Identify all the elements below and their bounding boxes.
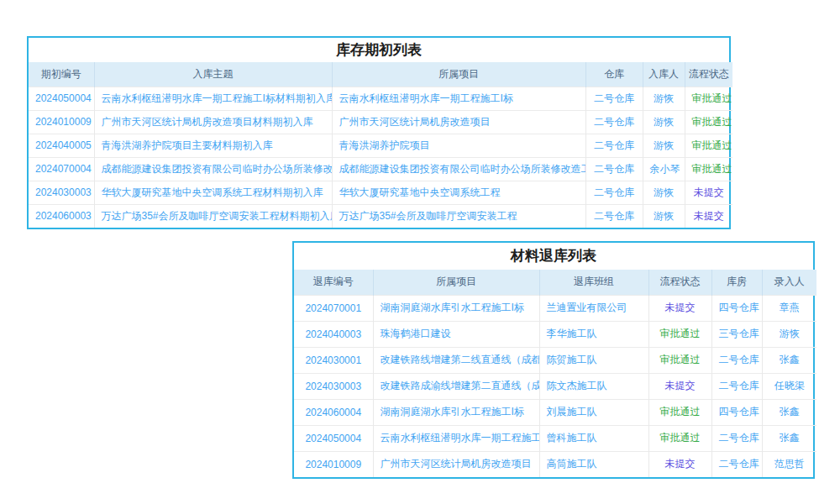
- team-cell: 陈文杰施工队: [539, 373, 648, 399]
- col-header-initial-id: 期初编号: [29, 62, 94, 87]
- initial-id-link[interactable]: 2024010009: [29, 110, 94, 134]
- person-cell: 游恢: [643, 87, 685, 110]
- initial-id-link[interactable]: 2024030003: [29, 181, 94, 204]
- person-cell: 游恢: [643, 134, 685, 157]
- person-cell: 张鑫: [762, 425, 816, 451]
- status-cell: 未提交: [685, 181, 732, 204]
- inventory-initial-table: 库存期初列表 期初编号 入库主题 所属项目 仓库 入库人 流程状态 202405…: [27, 36, 731, 229]
- storeroom-cell: 二号仓库: [711, 373, 762, 399]
- table-row: 2024030001 改建铁路线增建第二线直通线（成都-西... 陈贺施工队 审…: [294, 347, 816, 373]
- subject-cell: 华软大厦研究基地中央空调系统工程材料期初入库: [94, 181, 332, 204]
- table-row: 2024050004 云南水利枢纽潜明水库一期工程施工I标 曾科施工队 审批通过…: [294, 425, 816, 451]
- storeroom-cell: 三号仓库: [711, 321, 762, 347]
- table-row: 2024010009 广州市天河区统计局机房改造项目 高筒施工队 未提交 二号仓…: [294, 451, 816, 477]
- person-cell: 范思哲: [762, 451, 816, 477]
- warehouse-cell: 二号仓库: [585, 110, 643, 134]
- return-id-link[interactable]: 2024030003: [294, 373, 373, 399]
- material-return-table: 材料退库列表 退库编号 所属项目 退库班组 流程状态 库房 录入人 202407…: [292, 241, 815, 479]
- col-header-return-id: 退库编号: [294, 270, 373, 295]
- person-cell: 张鑫: [762, 399, 816, 425]
- team-cell: 曾科施工队: [539, 425, 648, 451]
- person-cell: 游恢: [643, 204, 685, 228]
- inventory-initial-table-title: 库存期初列表: [29, 38, 729, 62]
- initial-id-link[interactable]: 2024060003: [29, 204, 94, 228]
- warehouse-cell: 二号仓库: [585, 204, 643, 228]
- project-cell: 湖南洞庭湖水库引水工程施工I标: [373, 399, 539, 425]
- storeroom-cell: 二号仓库: [711, 347, 762, 373]
- team-cell: 兰迪置业有限公司: [539, 295, 648, 321]
- person-cell: 任晓渠: [762, 373, 816, 399]
- table-row: 2024010009 广州市天河区统计局机房改造项目材料期初入库 广州市天河区统…: [29, 110, 732, 134]
- team-cell: 陈贺施工队: [539, 347, 648, 373]
- initial-id-link[interactable]: 2024040005: [29, 134, 94, 157]
- storeroom-cell: 二号仓库: [711, 425, 762, 451]
- status-cell: 未提交: [648, 373, 711, 399]
- storeroom-cell: 四号仓库: [711, 295, 762, 321]
- project-cell: 珠海鹤港口建设: [373, 321, 539, 347]
- table-row: 2024060003 万达广场35#会所及咖啡厅空调安装工程材料期初入库 万达广…: [29, 204, 732, 228]
- col-header-storeroom: 库房: [711, 270, 762, 295]
- table-row: 2024070004 成都能源建设集团投资有限公司临时办公场所装修改造工程EPC…: [29, 157, 732, 181]
- status-cell: 审批通过: [648, 399, 711, 425]
- col-header-return-team: 退库班组: [539, 270, 648, 295]
- project-cell: 广州市天河区统计局机房改造项目: [332, 110, 585, 134]
- col-header-entry-person: 录入人: [762, 270, 816, 295]
- status-cell: 审批通过: [648, 321, 711, 347]
- subject-cell: 广州市天河区统计局机房改造项目材料期初入库: [94, 110, 332, 134]
- project-cell: 改建铁路线增建第二线直通线（成都-西...: [373, 347, 539, 373]
- storeroom-cell: 四号仓库: [711, 399, 762, 425]
- status-cell: 未提交: [685, 204, 732, 228]
- status-cell: 审批通过: [685, 87, 732, 110]
- project-cell: 成都能源建设集团投资有限公司临时办公场所装修改造工程...: [332, 157, 585, 181]
- return-id-link[interactable]: 2024050004: [294, 425, 373, 451]
- col-header-project: 所属项目: [373, 270, 539, 295]
- team-cell: 高筒施工队: [539, 451, 648, 477]
- status-cell: 审批通过: [648, 347, 711, 373]
- status-cell: 审批通过: [648, 425, 711, 451]
- warehouse-cell: 二号仓库: [585, 134, 643, 157]
- person-cell: 游恢: [643, 110, 685, 134]
- person-cell: 张鑫: [762, 347, 816, 373]
- project-cell: 云南水利枢纽潜明水库一期工程施工I标: [332, 87, 585, 110]
- project-cell: 广州市天河区统计局机房改造项目: [373, 451, 539, 477]
- col-header-flow-status: 流程状态: [648, 270, 711, 295]
- col-header-warehouse: 仓库: [585, 62, 643, 87]
- person-cell: 游恢: [643, 181, 685, 204]
- inventory-initial-grid: 期初编号 入库主题 所属项目 仓库 入库人 流程状态 2024050004 云南…: [29, 62, 732, 228]
- table-row: 2024040005 青海洪湖养护院项目主要材料期初入库 青海洪湖养护院项目 二…: [29, 134, 732, 157]
- status-cell: 未提交: [648, 451, 711, 477]
- return-id-link[interactable]: 2024040003: [294, 321, 373, 347]
- person-cell: 余小琴: [643, 157, 685, 181]
- status-cell: 审批通过: [685, 157, 732, 181]
- initial-id-link[interactable]: 2024070004: [29, 157, 94, 181]
- project-cell: 华软大厦研究基地中央空调系统工程: [332, 181, 585, 204]
- initial-id-link[interactable]: 2024050004: [29, 87, 94, 110]
- warehouse-cell: 二号仓库: [585, 157, 643, 181]
- subject-cell: 成都能源建设集团投资有限公司临时办公场所装修改造工程EPC...: [94, 157, 332, 181]
- warehouse-cell: 二号仓库: [585, 87, 643, 110]
- table-row: 2024030003 改建铁路成渝线增建第二直通线（成渝... 陈文杰施工队 未…: [294, 373, 816, 399]
- subject-cell: 青海洪湖养护院项目主要材料期初入库: [94, 134, 332, 157]
- project-cell: 青海洪湖养护院项目: [332, 134, 585, 157]
- return-id-link[interactable]: 2024070001: [294, 295, 373, 321]
- return-id-link[interactable]: 2024010009: [294, 451, 373, 477]
- return-id-link[interactable]: 2024030001: [294, 347, 373, 373]
- team-cell: 刘晨施工队: [539, 399, 648, 425]
- material-return-table-title: 材料退库列表: [294, 243, 813, 270]
- table-row: 2024040003 珠海鹤港口建设 李华施工队 审批通过 三号仓库 游恢: [294, 321, 816, 347]
- table-row: 2024030003 华软大厦研究基地中央空调系统工程材料期初入库 华软大厦研究…: [29, 181, 732, 204]
- subject-cell: 云南水利枢纽潜明水库一期工程施工I标材料期初入库: [94, 87, 332, 110]
- table-row: 2024050004 云南水利枢纽潜明水库一期工程施工I标材料期初入库 云南水利…: [29, 87, 732, 110]
- subject-cell: 万达广场35#会所及咖啡厅空调安装工程材料期初入库: [94, 204, 332, 228]
- col-header-project: 所属项目: [332, 62, 585, 87]
- project-cell: 万达广场35#会所及咖啡厅空调安装工程: [332, 204, 585, 228]
- col-header-inbound-subject: 入库主题: [94, 62, 332, 87]
- warehouse-cell: 二号仓库: [585, 181, 643, 204]
- return-id-link[interactable]: 2024060004: [294, 399, 373, 425]
- table-row: 2024070001 湖南洞庭湖水库引水工程施工I标 兰迪置业有限公司 未提交 …: [294, 295, 816, 321]
- material-return-grid: 退库编号 所属项目 退库班组 流程状态 库房 录入人 2024070001 湖南…: [294, 270, 816, 477]
- status-cell: 审批通过: [685, 110, 732, 134]
- project-cell: 改建铁路成渝线增建第二直通线（成渝...: [373, 373, 539, 399]
- col-header-flow-status: 流程状态: [685, 62, 732, 87]
- team-cell: 李华施工队: [539, 321, 648, 347]
